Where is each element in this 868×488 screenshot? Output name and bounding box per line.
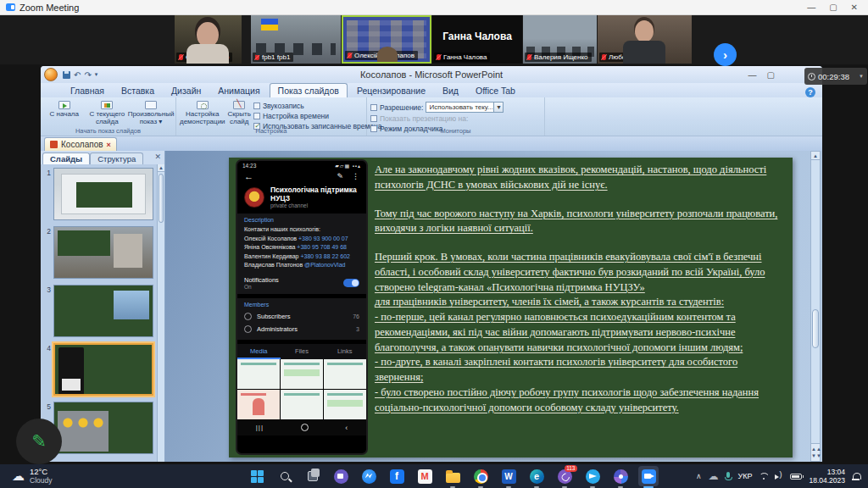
- phone-link[interactable]: +380 93 88 22 602: [300, 253, 350, 259]
- tab-retsenzirovanie[interactable]: Рецензирование: [349, 84, 433, 97]
- administrators-row[interactable]: Administrators 3: [244, 323, 359, 336]
- record-narration-button[interactable]: Звукозапись: [253, 102, 382, 110]
- photos-button[interactable]: [610, 466, 631, 486]
- tab-files[interactable]: Files: [281, 344, 324, 359]
- tab-vstavka[interactable]: Вставка: [114, 84, 162, 97]
- slide-thumbnail-4-selected[interactable]: 4: [44, 343, 156, 396]
- slide-thumbnail-2[interactable]: 2: [44, 226, 156, 279]
- scrollbar-thumb[interactable]: [812, 309, 819, 348]
- tab-office-tab[interactable]: Office Tab: [468, 84, 523, 97]
- battery-icon[interactable]: [790, 474, 802, 480]
- language-indicator[interactable]: УКР: [737, 472, 752, 480]
- document-tab[interactable]: Косолапов ×: [44, 137, 117, 151]
- home-icon[interactable]: [301, 424, 309, 431]
- media-thumbnail[interactable]: [324, 390, 366, 419]
- next-participants-button[interactable]: ›: [714, 43, 737, 66]
- scroll-up-icon[interactable]: ▲: [811, 152, 820, 160]
- facebook-button[interactable]: f: [387, 466, 407, 486]
- clock-widget[interactable]: 13:04 18.04.2023: [809, 468, 845, 485]
- notification-bell-icon[interactable]: [852, 473, 860, 480]
- tab-animatsiya[interactable]: Анимация: [210, 84, 267, 97]
- annotation-pencil-button[interactable]: ✎: [16, 419, 62, 464]
- close-button[interactable]: ✕: [851, 3, 858, 12]
- start-button[interactable]: [247, 466, 267, 486]
- participant-tile[interactable]: Ганна Чалова Ганна Чалова: [432, 15, 522, 64]
- file-explorer-button[interactable]: [442, 466, 463, 486]
- muted-mic-icon: [437, 54, 441, 60]
- scrollbar-thumb[interactable]: [159, 174, 164, 223]
- tab-dizayn[interactable]: Дизайн: [164, 84, 209, 97]
- recording-timer[interactable]: 00:29:38 ▼: [804, 68, 867, 85]
- custom-slideshow-button[interactable]: Произвольный показ ▾: [130, 99, 172, 127]
- weather-widget[interactable]: ☁ 12°C Cloudy: [0, 468, 52, 485]
- help-icon[interactable]: ?: [805, 87, 815, 97]
- participant-tile[interactable]: Валерия Ищенко: [523, 15, 597, 64]
- rehearse-timings-button[interactable]: Настройка времени: [253, 112, 382, 120]
- gmail-button[interactable]: M: [415, 466, 435, 486]
- recents-icon[interactable]: |||: [256, 424, 264, 431]
- tab-media[interactable]: Media: [237, 344, 281, 359]
- tab-glavnaya[interactable]: Главная: [63, 84, 112, 97]
- more-menu-icon[interactable]: ⋮: [352, 172, 359, 180]
- panel-close-icon[interactable]: ✕: [154, 152, 161, 161]
- phone-link[interactable]: +380 93 900 00 07: [298, 236, 348, 241]
- edge-button[interactable]: e: [526, 466, 547, 486]
- slide-thumbnail-3[interactable]: 3: [44, 285, 156, 337]
- teams-button[interactable]: [331, 466, 351, 486]
- tab-vid[interactable]: Вид: [435, 84, 466, 97]
- android-back-icon[interactable]: ‹: [345, 424, 348, 432]
- close-document-icon[interactable]: ×: [107, 141, 111, 149]
- tab-pokaz-slaydov[interactable]: Показ слайдов: [270, 83, 348, 97]
- tab-outline[interactable]: Структура: [90, 152, 143, 164]
- minimize-button[interactable]: —: [807, 3, 815, 12]
- tray-overflow-icon[interactable]: ∧: [696, 472, 702, 480]
- subscribers-row[interactable]: Subscribers 76: [244, 310, 359, 323]
- hide-slide-button[interactable]: Скрыть слайд: [228, 99, 251, 127]
- media-thumbnail[interactable]: [237, 390, 280, 419]
- setup-slideshow-button[interactable]: Настройка демонстрации: [180, 99, 225, 127]
- powerpoint-window: ↶ ↷ ▾ Косолапов - Microsoft PowerPoint —…: [41, 66, 822, 462]
- resolution-select[interactable]: Использовать теку...▼: [426, 102, 504, 113]
- task-view-button[interactable]: [303, 466, 323, 486]
- back-arrow-icon[interactable]: ←: [244, 171, 253, 181]
- participant-name: Оксана Чуйко: [186, 53, 229, 61]
- previous-next-slide-buttons[interactable]: ▲▲▼▼: [811, 443, 820, 461]
- media-thumbnail[interactable]: [324, 359, 366, 389]
- tab-links[interactable]: Links: [323, 344, 366, 359]
- zoom-app-button[interactable]: [638, 466, 659, 486]
- participant-tile[interactable]: fpb1 fpb1: [251, 15, 341, 64]
- notifications-toggle[interactable]: [343, 279, 359, 287]
- tab-slides[interactable]: Слайды: [42, 152, 90, 164]
- microphone-in-use-icon[interactable]: [725, 472, 731, 480]
- volume-icon[interactable]: [775, 473, 783, 480]
- ppt-restore-button[interactable]: ▢: [767, 70, 775, 80]
- onedrive-icon[interactable]: ☁: [708, 470, 718, 482]
- word-button[interactable]: W: [498, 466, 519, 486]
- muted-mic-icon: [179, 54, 183, 60]
- slide-thumbnail-1[interactable]: 1: [44, 168, 156, 220]
- edit-pencil-icon[interactable]: ✎: [337, 172, 343, 180]
- username-link[interactable]: @PlatonovVlad: [304, 262, 345, 268]
- search-button[interactable]: [275, 466, 295, 486]
- panel-scrollbar[interactable]: ▲: [157, 164, 164, 462]
- from-current-slide-button[interactable]: С текущего слайда: [87, 99, 128, 127]
- media-thumbnail[interactable]: [281, 390, 323, 419]
- participant-tile[interactable]: Оксана Чуйко: [175, 15, 242, 64]
- media-thumbnail[interactable]: [237, 359, 280, 389]
- scroll-up-icon[interactable]: ▲: [158, 164, 164, 172]
- media-thumbnail[interactable]: [281, 359, 323, 389]
- viber-button[interactable]: 113: [554, 466, 575, 486]
- participant-tile[interactable]: Любов Кірнос: [598, 15, 692, 64]
- phone-link[interactable]: +380 95 708 49 68: [297, 244, 347, 250]
- resolution-icon: [370, 104, 377, 111]
- editor-scrollbar[interactable]: ▲ ▲▲▼▼: [810, 151, 821, 462]
- ppt-minimize-button[interactable]: —: [748, 70, 757, 80]
- telegram-button[interactable]: [582, 466, 603, 486]
- chrome-button[interactable]: [470, 466, 491, 486]
- participant-tile-active-speaker[interactable]: Олексій Косолапов: [342, 15, 431, 64]
- from-beginning-button[interactable]: С начала: [44, 99, 85, 127]
- messenger-button[interactable]: [359, 466, 379, 486]
- wifi-icon[interactable]: [759, 473, 768, 480]
- pencil-icon: ✎: [31, 431, 47, 452]
- maximize-button[interactable]: ▢: [829, 3, 837, 12]
